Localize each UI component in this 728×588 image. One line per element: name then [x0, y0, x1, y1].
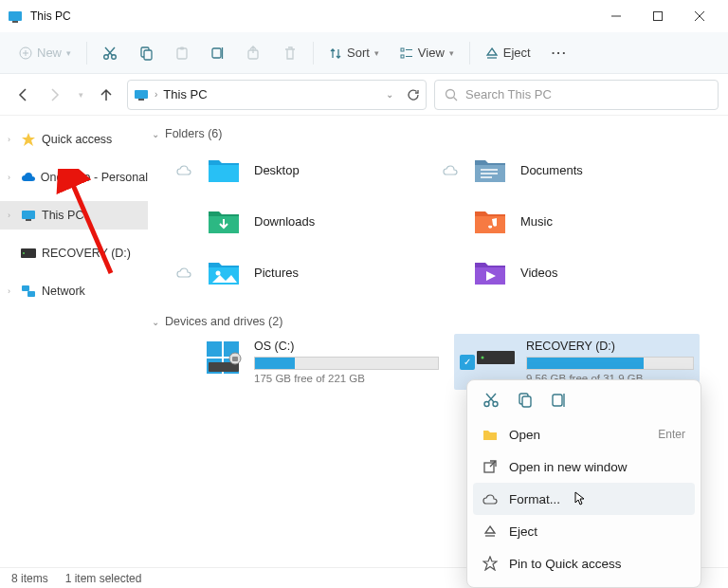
- refresh-button[interactable]: [407, 88, 420, 101]
- plus-circle-icon: [19, 46, 32, 60]
- ctx-copy-button[interactable]: [517, 392, 534, 409]
- expand-icon[interactable]: ›: [8, 211, 15, 220]
- svg-rect-46: [207, 341, 222, 357]
- svg-rect-29: [22, 211, 35, 219]
- sidebar-item-network[interactable]: › Network: [0, 277, 148, 305]
- chevron-down-icon: ⌄: [152, 317, 159, 327]
- more-button[interactable]: ···: [542, 37, 577, 69]
- star-outline-icon: [482, 556, 498, 571]
- folder-downloads[interactable]: Downloads: [176, 197, 433, 245]
- title-bar: This PC: [0, 0, 728, 32]
- forward-button[interactable]: [42, 82, 68, 108]
- svg-rect-52: [232, 357, 238, 361]
- chevron-down-icon: ▾: [66, 48, 71, 58]
- folder-videos[interactable]: Videos: [443, 248, 700, 296]
- drives-group-header[interactable]: ⌄ Devices and drives (2): [148, 309, 728, 334]
- folder-open-icon: [482, 427, 498, 442]
- ctx-pin-quick-access[interactable]: Pin to Quick access: [473, 547, 695, 579]
- svg-rect-61: [553, 395, 562, 406]
- svg-rect-30: [26, 219, 31, 221]
- sidebar-item-this-pc[interactable]: › This PC: [0, 201, 148, 230]
- expand-icon[interactable]: ›: [8, 286, 15, 296]
- up-button[interactable]: [93, 82, 119, 108]
- ctx-format[interactable]: Format...: [473, 483, 695, 515]
- folder-icon: [473, 258, 507, 286]
- selection-count: 1 item selected: [65, 572, 142, 585]
- address-text: This PC: [163, 87, 207, 101]
- svg-rect-26: [138, 99, 144, 101]
- scissors-icon: [102, 46, 118, 61]
- address-bar[interactable]: › This PC ⌄: [127, 80, 427, 110]
- share-button[interactable]: [237, 37, 271, 69]
- trash-icon: [282, 46, 298, 61]
- svg-rect-34: [27, 291, 35, 297]
- back-button[interactable]: [9, 82, 36, 108]
- view-button[interactable]: View ▾: [391, 37, 464, 69]
- sidebar-item-onedrive[interactable]: › OneDrive - Personal: [0, 163, 148, 192]
- capacity-bar: [526, 357, 694, 370]
- svg-rect-15: [177, 48, 187, 59]
- window-title: This PC: [30, 9, 71, 23]
- svg-rect-20: [401, 48, 404, 51]
- chevron-right-icon: ›: [155, 89, 157, 100]
- expand-icon[interactable]: ›: [8, 135, 15, 144]
- folder-desktop[interactable]: Desktop: [176, 146, 433, 193]
- drive-icon: [21, 248, 36, 258]
- drive-os-c[interactable]: OS (C:) 175 GB free of 221 GB: [199, 334, 445, 390]
- folders-group-header[interactable]: ⌄ Folders (6): [148, 121, 728, 146]
- svg-rect-21: [401, 55, 404, 58]
- folder-icon: [207, 156, 241, 184]
- eject-icon: [482, 524, 498, 539]
- svg-point-55: [484, 402, 489, 407]
- sidebar-item-recovery[interactable]: RECOVERY (D:): [0, 239, 148, 267]
- cloud-icon: [21, 170, 35, 185]
- svg-point-32: [23, 252, 25, 254]
- eject-icon: [485, 46, 499, 60]
- ctx-open-new-window[interactable]: Open in new window: [473, 450, 695, 483]
- separator: [86, 42, 87, 64]
- delete-button[interactable]: [273, 37, 307, 69]
- minimize-button[interactable]: [595, 2, 637, 30]
- new-button[interactable]: New ▾: [9, 37, 81, 69]
- cloud-sync-icon: [176, 164, 193, 175]
- ctx-eject[interactable]: Eject: [473, 515, 695, 547]
- drive-icon: [205, 340, 243, 374]
- ctx-rename-button[interactable]: [551, 392, 568, 409]
- maximize-button[interactable]: [637, 2, 679, 30]
- copy-button[interactable]: [129, 37, 163, 69]
- cut-button[interactable]: [93, 37, 127, 69]
- svg-rect-0: [9, 11, 22, 21]
- close-button[interactable]: [679, 2, 720, 30]
- svg-rect-25: [135, 90, 148, 99]
- rename-button[interactable]: [201, 37, 235, 69]
- sidebar-item-quick-access[interactable]: › Quick access: [0, 125, 148, 154]
- svg-rect-16: [180, 46, 184, 49]
- expand-icon[interactable]: ›: [8, 173, 15, 182]
- svg-rect-14: [144, 50, 152, 60]
- folder-music[interactable]: Music: [443, 197, 700, 245]
- chevron-down-icon[interactable]: ⌄: [386, 89, 393, 100]
- ctx-cut-button[interactable]: [482, 392, 500, 409]
- rename-icon: [210, 46, 226, 61]
- svg-point-56: [493, 402, 498, 407]
- pc-icon: [134, 87, 149, 102]
- star-icon: [21, 132, 36, 147]
- new-window-icon: [482, 459, 498, 474]
- search-placeholder: Search This PC: [465, 87, 552, 101]
- search-icon: [445, 88, 458, 101]
- ctx-open[interactable]: Open Enter: [473, 418, 695, 450]
- sort-button[interactable]: Sort ▾: [319, 37, 389, 69]
- network-icon: [21, 284, 36, 299]
- paste-button[interactable]: [165, 37, 199, 69]
- folder-documents[interactable]: Documents: [443, 146, 700, 193]
- selected-checkbox[interactable]: ✓: [460, 355, 475, 370]
- recent-button[interactable]: ▾: [74, 82, 87, 108]
- folder-pictures[interactable]: Pictures: [176, 248, 433, 296]
- copy-icon: [138, 46, 154, 61]
- svg-rect-42: [475, 216, 505, 233]
- folder-icon: [207, 207, 241, 235]
- eject-button[interactable]: Eject: [476, 37, 540, 69]
- search-box[interactable]: Search This PC: [434, 80, 719, 110]
- svg-line-28: [454, 97, 458, 101]
- share-icon: [246, 46, 262, 61]
